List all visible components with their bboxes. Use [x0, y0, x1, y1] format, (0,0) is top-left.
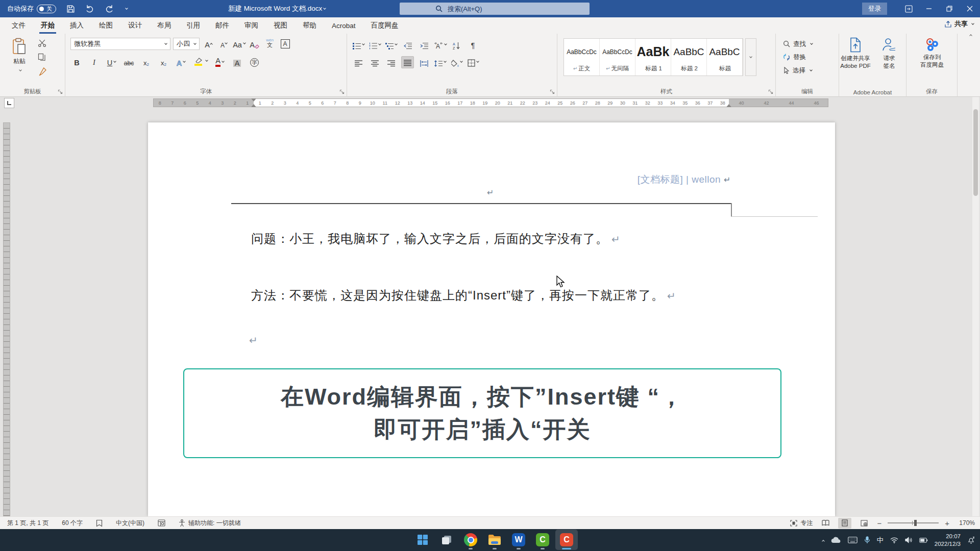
grow-font-button[interactable]: A [202, 38, 215, 50]
focus-mode-button[interactable]: 专注 [790, 519, 813, 528]
numbering-button[interactable] [369, 39, 381, 51]
ribbon-tab[interactable]: 开始 [33, 17, 62, 34]
line-spacing-button[interactable] [434, 56, 447, 68]
paragraph-method[interactable]: 方法：不要慌，这是因为按住键盘上的“Insert”键了，再按一下就正常了。↵ [251, 287, 676, 304]
zoom-slider[interactable] [888, 522, 939, 523]
page-number-status[interactable]: 第 1 页, 共 1 页 [7, 519, 48, 528]
style-item[interactable]: AaBbC 标题 2 [671, 39, 707, 76]
collapse-ribbon-icon[interactable] [969, 34, 972, 37]
ribbon-tab[interactable]: 邮件 [208, 17, 237, 34]
wifi-icon[interactable] [890, 537, 898, 543]
search-input[interactable] [448, 5, 570, 13]
shading-button[interactable] [450, 56, 463, 68]
zoom-level[interactable]: 170% [955, 519, 975, 527]
undo-icon[interactable] [85, 5, 94, 13]
tray-overflow-icon[interactable] [822, 540, 825, 543]
highlight-button[interactable] [192, 56, 205, 68]
horizontal-ruler[interactable]: 87654321 1234567891011121314151617181920… [153, 98, 828, 107]
styles-gallery-more-icon[interactable] [745, 38, 756, 76]
chrome-icon[interactable] [459, 530, 482, 550]
camtasia-icon[interactable]: C [531, 530, 554, 550]
zoom-out-button[interactable]: − [877, 519, 881, 528]
bullets-button[interactable] [352, 39, 365, 51]
minimize-button[interactable] [919, 0, 939, 17]
increase-indent-button[interactable] [418, 39, 430, 51]
language-status[interactable]: 中文(中国) [116, 519, 144, 528]
asian-layout-button[interactable]: A [434, 39, 447, 51]
request-signature-button[interactable]: 请求签名 [875, 37, 903, 70]
align-center-button[interactable] [369, 56, 381, 68]
change-case-button[interactable]: Aa [233, 38, 246, 50]
macro-record-icon[interactable] [158, 519, 165, 527]
vertical-ruler[interactable] [3, 122, 10, 516]
share-button[interactable]: 共享 [944, 19, 974, 29]
enclose-characters-button[interactable]: 字 [248, 56, 261, 68]
ribbon-tab[interactable]: 审阅 [237, 17, 266, 34]
header-text[interactable]: [文档标题] | wellon↵ [638, 173, 731, 186]
character-shading-button[interactable]: A [231, 56, 243, 68]
touch-keyboard-icon[interactable] [848, 537, 857, 543]
clear-formatting-button[interactable]: A [248, 38, 261, 50]
justify-button[interactable] [401, 56, 414, 68]
style-item[interactable]: AaBbC 标题 [707, 39, 743, 76]
notification-bell-icon[interactable] [967, 536, 975, 544]
save-icon[interactable] [66, 5, 75, 13]
vertical-scrollbar[interactable] [972, 97, 979, 516]
close-button[interactable] [960, 0, 980, 17]
paragraph-question[interactable]: 问题：小王，我电脑坏了，输入文字之后，后面的文字没有了。↵ [251, 231, 621, 247]
right-indent-marker[interactable] [726, 104, 731, 107]
search-box[interactable] [400, 3, 590, 15]
file-explorer-icon[interactable] [483, 530, 506, 550]
character-border-button[interactable]: A [279, 38, 291, 50]
font-size-select[interactable]: 小四 [173, 38, 200, 50]
multilevel-list-button[interactable] [385, 39, 398, 51]
ribbon-tab[interactable]: 布局 [150, 17, 179, 34]
qat-customize-icon[interactable] [125, 7, 128, 10]
copy-button[interactable] [38, 53, 46, 61]
ime-indicator[interactable]: 中 [877, 536, 884, 545]
zoom-in-button[interactable]: + [945, 519, 949, 528]
style-item[interactable]: AaBbCcDc ↵无间隔 [600, 39, 635, 76]
paste-button[interactable]: 粘贴 [8, 38, 31, 73]
distribute-button[interactable] [418, 56, 430, 68]
ribbon-tab[interactable]: 设计 [120, 17, 150, 34]
phonetic-guide-button[interactable]: wén文 [263, 38, 276, 50]
font-color-button[interactable]: A [213, 56, 226, 68]
style-item[interactable]: AaBk 标题 1 [635, 39, 671, 76]
sort-button[interactable]: AZ [450, 39, 463, 51]
restore-button[interactable] [939, 0, 960, 17]
onedrive-icon[interactable] [831, 537, 841, 543]
ribbon-tab[interactable]: 绘图 [91, 17, 120, 34]
ribbon-tab[interactable]: 百度网盘 [363, 17, 406, 34]
align-left-button[interactable] [352, 56, 365, 68]
format-painter-button[interactable] [38, 67, 46, 76]
tab-selector[interactable] [4, 98, 14, 108]
microphone-icon[interactable] [864, 536, 870, 544]
superscript-button[interactable]: x2 [157, 56, 170, 68]
ribbon-tab[interactable]: 引用 [179, 17, 208, 34]
first-line-indent-marker[interactable] [251, 98, 256, 102]
decrease-indent-button[interactable] [401, 39, 414, 51]
read-mode-button[interactable] [819, 518, 832, 529]
borders-button[interactable] [467, 56, 479, 68]
redo-icon[interactable] [105, 5, 114, 13]
strikethrough-button[interactable]: abc [122, 56, 135, 68]
task-view-button[interactable] [435, 530, 458, 550]
word-count-status[interactable]: 60 个字 [62, 519, 83, 528]
style-item[interactable]: AaBbCcDc ↵正文 [564, 39, 600, 76]
text-effects-button[interactable]: A [175, 56, 187, 68]
web-layout-button[interactable] [857, 518, 871, 529]
camtasia-recorder-icon[interactable]: C [555, 530, 578, 550]
document-title[interactable]: 新建 Microsoft Word 文档.docx [228, 0, 326, 17]
font-name-select[interactable]: 微软雅黑 [70, 38, 170, 50]
cut-button[interactable] [38, 39, 46, 47]
find-button[interactable]: 查找 [783, 38, 813, 50]
ribbon-tab[interactable]: 插入 [62, 17, 91, 34]
ribbon-display-options-icon[interactable] [898, 0, 919, 17]
font-dialog-launcher-icon[interactable] [339, 89, 345, 94]
save-to-baidu-button[interactable]: 保存到百度网盘 [914, 37, 950, 69]
create-pdf-button[interactable]: 创建并共享Adobe PDF [837, 37, 874, 70]
scrollbar-thumb[interactable] [973, 109, 978, 196]
autosave-control[interactable]: 自动保存 关 [7, 4, 56, 13]
speaker-icon[interactable] [905, 537, 913, 543]
